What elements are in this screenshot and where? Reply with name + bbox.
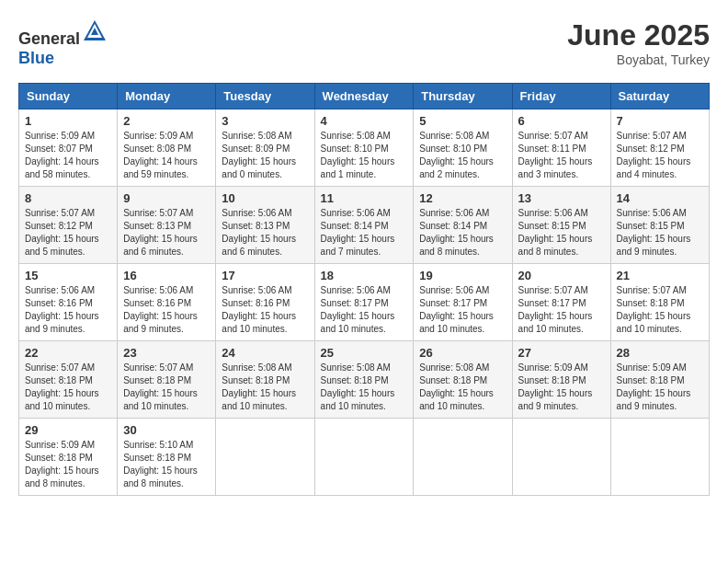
day-number: 24 (222, 346, 308, 360)
day-info: Sunrise: 5:06 AM Sunset: 8:16 PM Dayligh… (222, 285, 296, 334)
day-number: 12 (419, 191, 506, 205)
table-row: 19 Sunrise: 5:06 AM Sunset: 8:17 PM Dayl… (414, 264, 512, 341)
day-number: 8 (25, 191, 111, 205)
table-row: 25 Sunrise: 5:08 AM Sunset: 8:18 PM Dayl… (314, 341, 414, 419)
logo-text: General Blue (18, 18, 108, 68)
page-header: General Blue June 2025 Boyabat, Turkey (18, 18, 710, 68)
col-thursday: Thursday (414, 84, 512, 109)
calendar-body: 1 Sunrise: 5:09 AM Sunset: 8:07 PM Dayli… (19, 109, 710, 496)
table-row: 18 Sunrise: 5:06 AM Sunset: 8:17 PM Dayl… (314, 264, 414, 341)
day-info: Sunrise: 5:06 AM Sunset: 8:13 PM Dayligh… (222, 208, 296, 257)
table-row: 29 Sunrise: 5:09 AM Sunset: 8:18 PM Dayl… (19, 419, 118, 496)
day-number: 4 (321, 114, 408, 128)
day-info: Sunrise: 5:06 AM Sunset: 8:16 PM Dayligh… (123, 285, 198, 334)
col-saturday: Saturday (610, 84, 709, 109)
table-row: 6 Sunrise: 5:07 AM Sunset: 8:11 PM Dayli… (512, 109, 610, 187)
table-row (314, 419, 414, 496)
day-number: 23 (123, 346, 210, 360)
table-row (610, 419, 709, 496)
logo-general: General (18, 29, 80, 48)
day-number: 27 (518, 346, 605, 360)
table-row (414, 419, 512, 496)
day-info: Sunrise: 5:06 AM Sunset: 8:17 PM Dayligh… (419, 285, 494, 334)
day-info: Sunrise: 5:07 AM Sunset: 8:18 PM Dayligh… (25, 362, 99, 411)
table-row: 9 Sunrise: 5:07 AM Sunset: 8:13 PM Dayli… (118, 187, 216, 264)
day-info: Sunrise: 5:07 AM Sunset: 8:13 PM Dayligh… (123, 208, 198, 257)
title-block: June 2025 Boyabat, Turkey (567, 18, 710, 67)
day-info: Sunrise: 5:09 AM Sunset: 8:07 PM Dayligh… (25, 131, 99, 179)
day-number: 30 (123, 423, 210, 437)
day-info: Sunrise: 5:09 AM Sunset: 8:08 PM Dayligh… (123, 131, 198, 179)
table-row: 27 Sunrise: 5:09 AM Sunset: 8:18 PM Dayl… (512, 341, 610, 419)
table-row: 23 Sunrise: 5:07 AM Sunset: 8:18 PM Dayl… (118, 341, 216, 419)
day-number: 9 (123, 191, 210, 205)
day-number: 13 (518, 191, 605, 205)
day-number: 21 (617, 269, 703, 282)
day-number: 28 (617, 346, 703, 360)
calendar-header-row: Sunday Monday Tuesday Wednesday Thursday… (19, 84, 710, 109)
day-info: Sunrise: 5:08 AM Sunset: 8:18 PM Dayligh… (321, 362, 395, 411)
day-number: 1 (25, 114, 111, 128)
calendar-week-row: 29 Sunrise: 5:09 AM Sunset: 8:18 PM Dayl… (19, 419, 710, 496)
table-row: 17 Sunrise: 5:06 AM Sunset: 8:16 PM Dayl… (216, 264, 314, 341)
table-row: 7 Sunrise: 5:07 AM Sunset: 8:12 PM Dayli… (610, 109, 709, 187)
day-info: Sunrise: 5:06 AM Sunset: 8:14 PM Dayligh… (321, 208, 395, 257)
day-info: Sunrise: 5:06 AM Sunset: 8:16 PM Dayligh… (25, 285, 99, 334)
day-number: 11 (321, 191, 408, 205)
month-year-title: June 2025 (567, 18, 710, 52)
day-info: Sunrise: 5:09 AM Sunset: 8:18 PM Dayligh… (518, 362, 593, 411)
calendar-week-row: 22 Sunrise: 5:07 AM Sunset: 8:18 PM Dayl… (19, 341, 710, 419)
day-info: Sunrise: 5:06 AM Sunset: 8:17 PM Dayligh… (321, 285, 395, 334)
day-number: 2 (123, 114, 210, 128)
day-info: Sunrise: 5:09 AM Sunset: 8:18 PM Dayligh… (617, 362, 691, 411)
day-number: 26 (419, 346, 506, 360)
day-number: 15 (25, 269, 111, 282)
table-row: 4 Sunrise: 5:08 AM Sunset: 8:10 PM Dayli… (314, 109, 414, 187)
table-row: 20 Sunrise: 5:07 AM Sunset: 8:17 PM Dayl… (512, 264, 610, 341)
location-subtitle: Boyabat, Turkey (567, 52, 710, 67)
calendar-week-row: 8 Sunrise: 5:07 AM Sunset: 8:12 PM Dayli… (19, 187, 710, 264)
day-info: Sunrise: 5:08 AM Sunset: 8:18 PM Dayligh… (222, 362, 296, 411)
table-row: 1 Sunrise: 5:09 AM Sunset: 8:07 PM Dayli… (19, 109, 118, 187)
day-number: 10 (222, 191, 308, 205)
day-number: 16 (123, 269, 210, 282)
day-number: 7 (617, 114, 703, 128)
logo: General Blue (18, 18, 108, 68)
table-row (512, 419, 610, 496)
day-info: Sunrise: 5:07 AM Sunset: 8:18 PM Dayligh… (617, 285, 691, 334)
day-info: Sunrise: 5:07 AM Sunset: 8:18 PM Dayligh… (123, 362, 198, 411)
table-row: 2 Sunrise: 5:09 AM Sunset: 8:08 PM Dayli… (118, 109, 216, 187)
logo-icon (82, 18, 108, 44)
day-info: Sunrise: 5:07 AM Sunset: 8:17 PM Dayligh… (518, 285, 593, 334)
calendar-week-row: 1 Sunrise: 5:09 AM Sunset: 8:07 PM Dayli… (19, 109, 710, 187)
day-info: Sunrise: 5:08 AM Sunset: 8:09 PM Dayligh… (222, 131, 296, 179)
table-row: 22 Sunrise: 5:07 AM Sunset: 8:18 PM Dayl… (19, 341, 118, 419)
day-info: Sunrise: 5:07 AM Sunset: 8:12 PM Dayligh… (617, 131, 691, 179)
col-friday: Friday (512, 84, 610, 109)
day-number: 18 (321, 269, 408, 282)
day-info: Sunrise: 5:06 AM Sunset: 8:15 PM Dayligh… (617, 208, 691, 257)
day-number: 17 (222, 269, 308, 282)
table-row: 30 Sunrise: 5:10 AM Sunset: 8:18 PM Dayl… (118, 419, 216, 496)
table-row: 11 Sunrise: 5:06 AM Sunset: 8:14 PM Dayl… (314, 187, 414, 264)
calendar-week-row: 15 Sunrise: 5:06 AM Sunset: 8:16 PM Dayl… (19, 264, 710, 341)
table-row: 21 Sunrise: 5:07 AM Sunset: 8:18 PM Dayl… (610, 264, 709, 341)
day-number: 6 (518, 114, 605, 128)
table-row: 15 Sunrise: 5:06 AM Sunset: 8:16 PM Dayl… (19, 264, 118, 341)
table-row: 3 Sunrise: 5:08 AM Sunset: 8:09 PM Dayli… (216, 109, 314, 187)
day-info: Sunrise: 5:06 AM Sunset: 8:14 PM Dayligh… (419, 208, 494, 257)
calendar-table: Sunday Monday Tuesday Wednesday Thursday… (18, 83, 710, 496)
table-row: 13 Sunrise: 5:06 AM Sunset: 8:15 PM Dayl… (512, 187, 610, 264)
day-number: 29 (25, 423, 111, 437)
day-info: Sunrise: 5:08 AM Sunset: 8:10 PM Dayligh… (321, 131, 395, 179)
table-row: 16 Sunrise: 5:06 AM Sunset: 8:16 PM Dayl… (118, 264, 216, 341)
day-number: 5 (419, 114, 506, 128)
day-info: Sunrise: 5:07 AM Sunset: 8:11 PM Dayligh… (518, 131, 593, 179)
table-row: 28 Sunrise: 5:09 AM Sunset: 8:18 PM Dayl… (610, 341, 709, 419)
day-number: 19 (419, 269, 506, 282)
table-row: 24 Sunrise: 5:08 AM Sunset: 8:18 PM Dayl… (216, 341, 314, 419)
table-row: 12 Sunrise: 5:06 AM Sunset: 8:14 PM Dayl… (414, 187, 512, 264)
day-info: Sunrise: 5:06 AM Sunset: 8:15 PM Dayligh… (518, 208, 593, 257)
table-row: 26 Sunrise: 5:08 AM Sunset: 8:18 PM Dayl… (414, 341, 512, 419)
col-sunday: Sunday (19, 84, 118, 109)
